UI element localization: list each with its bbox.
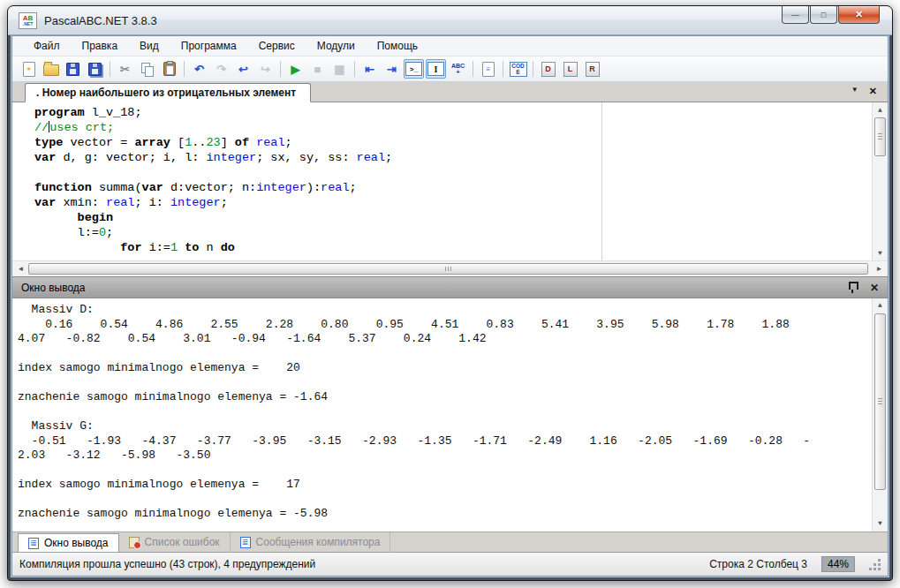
save-button[interactable] (63, 59, 83, 79)
code-token (34, 241, 120, 254)
app-logo-icon: AB .NET (19, 12, 37, 29)
output-line (18, 464, 870, 479)
code-line: var xmin: real; i: integer; (34, 195, 870, 210)
unindent-button[interactable]: ⇤ (359, 59, 380, 79)
new-file-button[interactable]: ✶ (19, 59, 39, 79)
goto-realization-button[interactable]: R (582, 59, 602, 79)
code-token (34, 211, 78, 224)
code-token: vector = (63, 136, 134, 149)
code-token: ; (221, 196, 228, 209)
editor-vertical-scrollbar[interactable]: ▲ ▼ (872, 102, 888, 260)
output-vscroll-thumb[interactable] (874, 313, 886, 490)
caret-position: Строка 2 Столбец 3 (709, 558, 807, 570)
pin-icon[interactable] (849, 282, 858, 290)
tab-close-icon[interactable]: ✕ (869, 86, 877, 97)
scroll-down-icon[interactable]: ▼ (873, 246, 888, 260)
menu-item[interactable]: Модули (308, 37, 364, 55)
save-all-button[interactable] (85, 59, 105, 79)
output-text: Massiv D: 0.16 0.54 4.86 2.55 2.28 0.80 … (18, 303, 870, 522)
minimize-button[interactable]: — (782, 6, 809, 24)
paste-button[interactable] (159, 59, 179, 79)
code-token: uses crt; (49, 121, 114, 134)
scroll-down-icon[interactable]: ▼ (873, 517, 888, 531)
output-line: 0.16 0.54 4.86 2.55 2.28 0.80 0.95 4.51 … (18, 318, 870, 333)
code-token: var (34, 151, 56, 164)
output-vertical-scrollbar[interactable]: ▲ ▼ (872, 298, 888, 531)
open-file-button[interactable] (41, 59, 61, 79)
text-window-icon: I (427, 62, 444, 76)
output-line (18, 376, 870, 391)
navigate-forward-button[interactable]: ↪ (255, 59, 276, 79)
run-button[interactable]: ▶ (285, 59, 306, 79)
maximize-button[interactable]: □ (810, 6, 837, 24)
code-line: //uses crt; (34, 120, 870, 135)
output-close-icon[interactable]: ✕ (870, 282, 879, 294)
scroll-left-icon[interactable]: ◄ (14, 261, 27, 276)
undo-icon: ↶ (194, 63, 204, 76)
title-bar[interactable]: AB .NET PascalABC.NET 3.8.3 — □ ✕ (8, 6, 892, 35)
scroll-right-icon[interactable]: ► (873, 261, 886, 276)
scroll-up-icon[interactable]: ▲ (873, 103, 888, 117)
tab-error-list[interactable]: Список ошибок (119, 532, 231, 552)
editor-tab-title: . Номер наибольшего из отрицательных эле… (36, 87, 296, 99)
code-token: function (34, 181, 92, 194)
cut-button[interactable]: ✂ (115, 59, 135, 79)
undo-button[interactable]: ↶ (189, 59, 209, 79)
redo-button[interactable]: ↷ (211, 59, 231, 79)
code-token: ; sx, sy, ss: (256, 151, 356, 164)
goto-realization-icon: R (586, 62, 600, 77)
run-settings-button[interactable]: ▦ (329, 59, 350, 79)
window-content: ФайлПравкаВидПрограммаСервисМодулиПомощь… (11, 35, 889, 577)
code-token: ; (385, 151, 392, 164)
abc-help-button[interactable]: ABC+ (448, 59, 468, 79)
console-window-toggle[interactable]: >_ (404, 59, 424, 79)
editor-horizontal-scrollbar[interactable]: ◄ ► (12, 260, 888, 276)
goto-list-button[interactable]: L (560, 59, 580, 79)
run-settings-icon: ▦ (334, 63, 344, 76)
tab-compiler-messages[interactable]: ≣Сообщения компилятора (231, 532, 391, 552)
code-token: integer (170, 196, 221, 209)
tab-output-window[interactable]: ≣Окно вывода (18, 533, 119, 552)
tab-list-menu-icon[interactable]: ▼ (851, 86, 858, 97)
menu-item[interactable]: Программа (172, 37, 246, 55)
output-line: znachenie samogo minimalnogo elemenya = … (18, 390, 870, 405)
text-window-toggle[interactable]: I (426, 59, 446, 79)
form-view-button[interactable]: ≡ (478, 59, 498, 79)
zoom-level[interactable]: 44% (821, 556, 855, 572)
save-all-icon (88, 63, 102, 76)
close-button[interactable]: ✕ (838, 6, 880, 24)
resize-grip[interactable] (869, 559, 881, 570)
code-token: i:= (142, 241, 170, 254)
stop-button[interactable]: ■ (307, 59, 328, 79)
menu-bar: ФайлПравкаВидПрограммаСервисМодулиПомощь (12, 36, 888, 57)
indent-button[interactable]: ⇥ (382, 59, 402, 79)
scroll-up-icon[interactable]: ▲ (873, 299, 888, 313)
toolbar-separator (533, 61, 533, 77)
stop-icon: ■ (314, 63, 321, 76)
menu-item[interactable]: Файл (25, 37, 69, 55)
copy-button[interactable] (137, 59, 157, 79)
code-token: ; i: (134, 196, 170, 209)
menu-item[interactable]: Сервис (250, 37, 304, 55)
navigate-back-button[interactable]: ↩ (233, 59, 253, 79)
goto-definition-button[interactable]: D (538, 59, 558, 79)
toolbar-separator (354, 61, 355, 77)
abc-help-icon: ABC+ (450, 63, 465, 75)
code-editor[interactable]: program l_v_18;//uses crt;type vector = … (12, 102, 888, 260)
code-token: ; (350, 181, 357, 194)
editor-tab[interactable]: . Номер наибольшего из отрицательных эле… (25, 83, 311, 102)
output-line: Massiv D: (18, 303, 870, 318)
editor-vscroll-thumb[interactable] (874, 117, 886, 156)
output-window[interactable]: Massiv D: 0.16 0.54 4.86 2.55 2.28 0.80 … (12, 298, 888, 531)
form-view-icon: ≡ (482, 62, 495, 77)
menu-item[interactable]: Правка (73, 37, 127, 55)
code-token: of (235, 136, 249, 149)
code-token: d, g: vector; i, l: (56, 151, 206, 164)
code-token: var (34, 196, 56, 209)
output-window-icon: ≣ (28, 538, 39, 549)
cut-icon: ✂ (120, 63, 130, 76)
editor-hscroll-thumb[interactable] (28, 263, 868, 275)
menu-item[interactable]: Вид (131, 37, 168, 55)
menu-item[interactable]: Помощь (368, 37, 427, 55)
code-view-button[interactable]: CODE (508, 59, 528, 79)
